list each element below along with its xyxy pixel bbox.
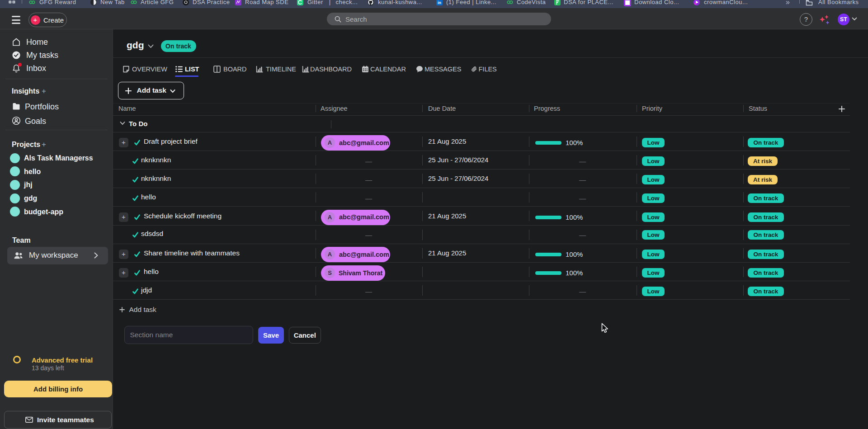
svg-text:in: in: [438, 0, 441, 5]
